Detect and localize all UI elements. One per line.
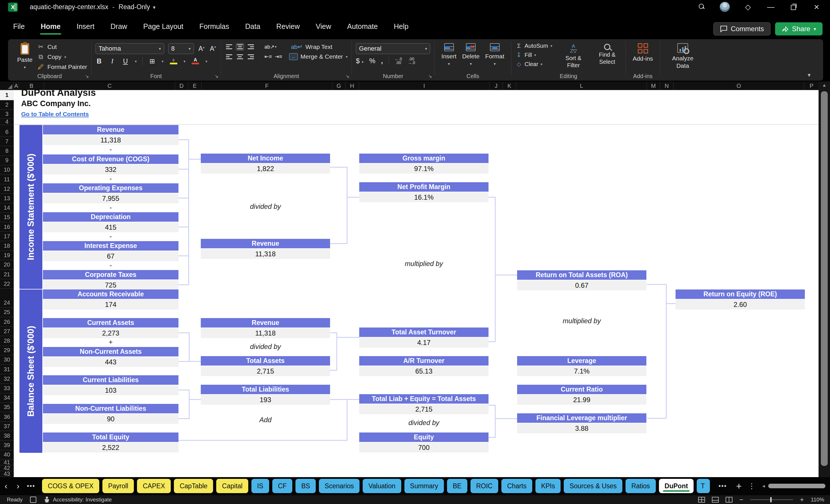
row-header-35[interactable]: 35 [0, 403, 14, 412]
decrease-decimal-button[interactable]: .00→.0 [408, 57, 415, 65]
borders-chevron-icon[interactable]: ▾ [162, 59, 164, 63]
column-header-L[interactable]: L [516, 82, 647, 90]
add-sheet-button[interactable]: + [736, 480, 742, 492]
zoom-level[interactable]: 110% [811, 497, 824, 503]
sort-filter-button[interactable]: AZ▽ Sort & Filter [559, 42, 588, 69]
metric-value[interactable]: 2,715 [359, 404, 488, 414]
metric-value[interactable]: 11,318 [201, 328, 330, 338]
decrease-indent-button[interactable]: ⇤≡ [264, 54, 272, 60]
zoom-slider-thumb[interactable] [770, 497, 772, 502]
row-header-37[interactable]: 37 [0, 421, 14, 431]
page-break-view-icon[interactable] [726, 497, 732, 503]
font-dialog-launcher[interactable]: ↘ [215, 73, 218, 79]
metric-value[interactable]: 443 [43, 357, 179, 367]
decrease-font-button[interactable]: A▾ [210, 45, 217, 53]
increase-indent-button[interactable]: ⇥≡ [275, 54, 282, 60]
format-cells-button[interactable]: Format▾ [482, 42, 507, 67]
metric-value[interactable]: 2,715 [201, 366, 330, 376]
metric-value[interactable]: 2,273 [43, 328, 179, 338]
fill-button[interactable]: ↧Fill▾ [515, 52, 552, 58]
percent-button[interactable]: % [369, 57, 375, 65]
zoom-out-button[interactable]: − [739, 496, 743, 504]
metric-value[interactable]: 4.17 [359, 338, 488, 348]
share-button[interactable]: Share ▾ [775, 22, 823, 35]
align-bottom-button[interactable] [247, 43, 255, 50]
metric-value[interactable]: 11,318 [201, 249, 330, 259]
comma-button[interactable]: , [381, 57, 383, 65]
metric-value[interactable]: 7.1% [517, 366, 646, 376]
row-header-15[interactable]: 15 [0, 213, 14, 222]
row-header-19[interactable]: 19 [0, 251, 14, 260]
horizontal-scrollbar[interactable]: ◂ [762, 483, 827, 489]
row-header-28[interactable]: 28 [0, 336, 14, 346]
row-header-8[interactable]: 8 [0, 146, 14, 156]
align-center-button[interactable] [236, 54, 244, 60]
sheet-tab-dupont[interactable]: DuPont [659, 479, 694, 493]
increase-font-button[interactable]: A▴ [198, 45, 205, 53]
sheet-tab-captable[interactable]: CapTable [174, 479, 213, 493]
avatar[interactable] [720, 2, 730, 12]
underline-chevron-icon[interactable]: ▾ [135, 59, 137, 63]
restore-icon[interactable] [789, 3, 799, 11]
cut-button[interactable]: ✂Cut [37, 43, 87, 51]
row-header-12[interactable]: 12 [0, 184, 14, 194]
underline-button[interactable]: U [122, 58, 129, 65]
align-middle-button[interactable] [236, 43, 244, 50]
metric-value[interactable]: 332 [43, 164, 179, 175]
column-header-J[interactable]: J [490, 82, 503, 90]
column-header-A[interactable]: A [14, 82, 19, 90]
metric-value[interactable]: 65.13 [359, 366, 488, 376]
comments-button[interactable]: Comments [713, 22, 770, 35]
normal-view-icon[interactable] [698, 497, 705, 503]
row-header-18[interactable]: 18 [0, 241, 14, 251]
increase-decimal-button[interactable]: ←.0.00 [395, 57, 402, 65]
sheet-tab-capital[interactable]: Capital [216, 479, 248, 493]
row-header-25[interactable]: 25 [0, 308, 14, 317]
sheet-tab-sources-uses[interactable]: Sources & Uses [564, 479, 622, 493]
sheet-tab-be[interactable]: BE [447, 479, 467, 493]
column-header-M[interactable]: M [647, 82, 660, 90]
sheet-tab-kpis[interactable]: KPIs [535, 479, 561, 493]
row-header-22[interactable]: 22 [0, 279, 14, 289]
scroll-up-icon[interactable]: ▲ [819, 83, 830, 88]
row-header-38[interactable]: 38 [0, 431, 14, 441]
sheet-options-button[interactable]: ⋮ [748, 482, 755, 491]
row-header-9[interactable]: 9 [0, 156, 14, 165]
sheet-tab-is[interactable]: IS [251, 479, 269, 493]
metric-value[interactable]: 725 [43, 280, 179, 290]
premium-diamond-icon[interactable]: ◇ [743, 3, 753, 11]
table-of-contents-link[interactable]: Go to Table of Contents [21, 111, 89, 118]
prev-sheet-button[interactable]: ‹ [0, 481, 12, 491]
orientation-button[interactable]: ab↗ [264, 44, 272, 50]
fill-color-button[interactable]: ⬨ [169, 58, 178, 64]
merge-center-button[interactable]: ↔Merge & Center▾ [289, 53, 348, 60]
row-header-34[interactable]: 34 [0, 393, 14, 403]
row-header-16[interactable]: 16 [0, 222, 14, 232]
column-header-I[interactable]: I [359, 82, 490, 90]
row-header-43[interactable]: 43 [0, 471, 14, 477]
row-header-33[interactable]: 33 [0, 384, 14, 393]
row-header-42[interactable]: 42 [0, 465, 14, 471]
clipboard-dialog-launcher[interactable]: ↘ [85, 73, 89, 79]
metric-value[interactable]: 97.1% [359, 164, 488, 174]
metric-value[interactable]: 103 [43, 385, 179, 395]
number-dialog-launcher[interactable]: ↘ [428, 73, 432, 79]
sheet-tab-charts[interactable]: Charts [501, 479, 532, 493]
metric-value[interactable]: 1,822 [201, 164, 330, 174]
row-header-29[interactable]: 29 [0, 346, 14, 355]
menu-tab-home[interactable]: Home [39, 20, 62, 35]
row-header-32[interactable]: 32 [0, 374, 14, 384]
scroll-left-icon[interactable]: ◂ [762, 483, 765, 489]
menu-tab-review[interactable]: Review [275, 20, 301, 35]
row-header-1[interactable]: 1 [0, 90, 14, 100]
metric-value[interactable]: 67 [43, 251, 179, 261]
metric-value[interactable]: 700 [359, 442, 488, 452]
accessibility-status[interactable]: Accessibility: Investigate [44, 497, 112, 503]
align-top-button[interactable] [225, 43, 233, 50]
row-header-31[interactable]: 31 [0, 365, 14, 374]
row-header-26[interactable]: 26 [0, 317, 14, 327]
font-color-button[interactable]: A [191, 58, 200, 64]
sheet-tab-bs[interactable]: BS [295, 479, 316, 493]
metric-value[interactable]: 0.67 [517, 280, 646, 290]
currency-button[interactable]: $ ▾ [356, 57, 363, 65]
